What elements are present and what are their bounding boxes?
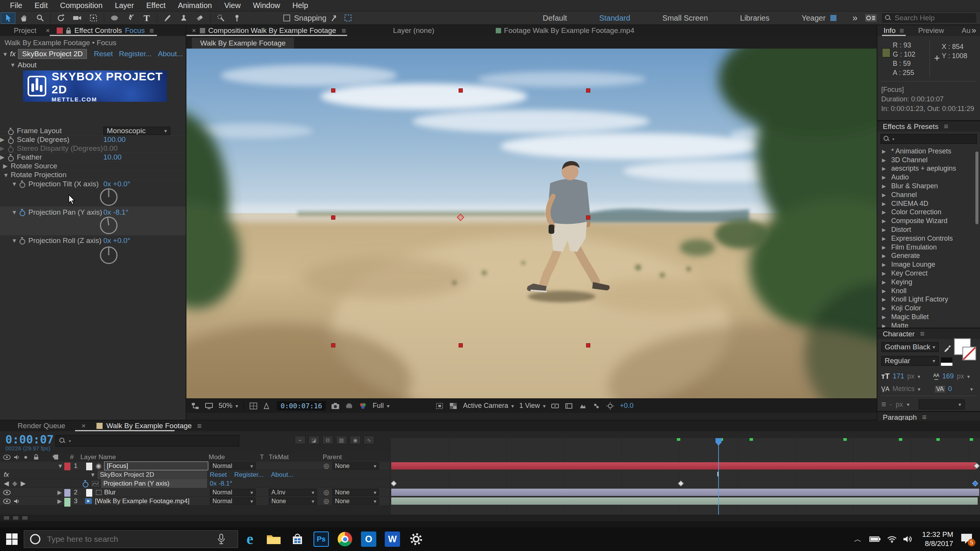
focus-layer-bar[interactable] <box>391 462 976 469</box>
layer-label-chip[interactable] <box>64 498 70 507</box>
effect-handle-bottom-left[interactable] <box>331 343 335 347</box>
tab-composition[interactable]: Composition Walk By Example Footage <box>208 26 336 35</box>
expand-arrow-icon[interactable]: ▶ <box>882 166 887 171</box>
effects-category[interactable]: ▶Knoll <box>877 287 980 295</box>
trkmat-dropdown[interactable]: None▾ <box>269 497 317 505</box>
parent-pickwhip-icon[interactable]: ◎ <box>323 488 329 497</box>
view-layout-dropdown[interactable]: 1 View▾ <box>519 402 546 410</box>
camera-tool-icon[interactable] <box>70 12 85 24</box>
panel-menu-icon[interactable]: ≡ <box>944 122 948 131</box>
eye-toggle-icon[interactable] <box>3 488 11 497</box>
effect-row[interactable]: fx ▼ SkyBox Project 2D Reset Register...… <box>0 470 390 479</box>
character-title[interactable]: Character <box>883 330 915 338</box>
layer-name-field[interactable]: [Focus] <box>104 461 208 470</box>
effects-category[interactable]: ▶Koji Color <box>877 304 980 313</box>
timeline-button-icon[interactable] <box>592 402 601 410</box>
effect-handle-mid-left[interactable] <box>331 215 335 220</box>
transparency-grid-icon[interactable] <box>449 402 457 410</box>
taskbar-search-input[interactable] <box>47 535 212 544</box>
trkmat-column-header[interactable]: TrkMat <box>269 453 289 461</box>
help-search-input[interactable] <box>895 14 967 22</box>
blur-layer-bar[interactable] <box>391 489 979 496</box>
expand-arrow-icon[interactable]: ▶ <box>882 262 887 267</box>
workspace-switcher-icon[interactable] <box>864 13 877 23</box>
toggle-expand-icon[interactable] <box>4 516 9 520</box>
collapse-arrow-icon[interactable]: ▼ <box>11 209 19 215</box>
leading-value[interactable]: 169 <box>942 372 954 380</box>
graph-editor-icon[interactable]: ∿ <box>364 436 374 444</box>
tracking-value[interactable]: 0 <box>948 385 952 393</box>
track-row-blur[interactable] <box>390 488 980 497</box>
blend-mode-dropdown[interactable]: Normal▾ <box>210 497 256 505</box>
panel-menu-icon[interactable]: ≡ <box>336 26 351 35</box>
taskbar-clock[interactable]: 12:32 PM 8/8/2017 <box>922 530 953 548</box>
stopwatch-icon[interactable] <box>8 154 14 161</box>
effects-category[interactable]: ▶Blur & Sharpen <box>877 182 980 191</box>
exposure-icon[interactable] <box>606 402 614 410</box>
effect-handle-bottom-center[interactable] <box>459 343 463 347</box>
effect-name[interactable]: SkyBox Project 2D <box>98 470 207 479</box>
effects-search-box[interactable]: ▾ <box>880 134 977 144</box>
effect-handle-bottom-right[interactable] <box>586 343 590 347</box>
outlook-icon[interactable]: O <box>357 527 381 551</box>
effect-handle-mid-right[interactable] <box>586 215 590 220</box>
layer-name[interactable]: Blur <box>104 488 116 497</box>
expand-arrow-icon[interactable]: ▶ <box>882 174 887 180</box>
pan-property-row[interactable]: ◀ ◆ ▶ Projection Pan (Y axis) 0x -8.1° <box>0 479 390 488</box>
selection-tool-icon[interactable] <box>1 12 15 24</box>
font-size-value[interactable]: 171 <box>893 372 904 380</box>
stopwatch-icon[interactable] <box>19 180 25 187</box>
scrollbar-thumb[interactable] <box>975 152 978 224</box>
fx-reset-link[interactable]: Reset <box>210 470 227 479</box>
scale-value[interactable]: 100.00 <box>103 135 126 144</box>
wifi-icon[interactable] <box>887 535 897 543</box>
action-center-icon[interactable]: 5 <box>960 533 973 546</box>
stopwatch-icon[interactable] <box>8 136 14 143</box>
tab-overflow-chevron[interactable]: » <box>972 26 980 36</box>
tab-effect-controls[interactable]: Effect Controls <box>74 26 122 35</box>
effects-category[interactable]: ▶Knoll Light Factory <box>877 295 980 304</box>
tab-render-queue[interactable]: Render Queue <box>0 422 77 430</box>
comp-flowchart-icon[interactable]: ⌁ <box>295 436 305 444</box>
fast-previews-icon[interactable] <box>578 402 587 410</box>
effects-category[interactable]: ▶Audio <box>877 173 980 182</box>
start-button[interactable] <box>0 527 24 551</box>
taskbar-search-box[interactable] <box>24 530 238 548</box>
shy-switch-icon[interactable]: ʘ <box>322 436 333 444</box>
eye-toggle-icon[interactable] <box>3 497 11 505</box>
expand-arrow-icon[interactable]: ▶ <box>882 297 887 302</box>
store-icon[interactable] <box>286 527 309 551</box>
pan-property-name[interactable]: Projection Pan (Y axis) <box>101 479 207 488</box>
stopwatch-icon-active[interactable] <box>19 209 25 216</box>
workspace-standard[interactable]: Standard <box>583 14 646 23</box>
pixel-aspect-icon[interactable] <box>565 402 573 410</box>
brush-tool-icon[interactable] <box>160 12 175 24</box>
lock-icon[interactable] <box>66 27 71 34</box>
reset-link[interactable]: Reset <box>94 50 113 58</box>
hidden-icons-chevron[interactable]: ︿ <box>849 534 866 544</box>
layer-expand-arrow[interactable]: ▶ <box>57 488 65 497</box>
parent-pickwhip-icon[interactable]: ◎ <box>323 461 329 470</box>
tilt-dial[interactable] <box>100 188 118 206</box>
roto-brush-tool-icon[interactable] <box>214 12 228 24</box>
expand-arrow-icon[interactable]: ▶ <box>882 271 887 276</box>
collapse-arrow-icon[interactable]: ▼ <box>2 51 10 57</box>
close-icon[interactable]: × <box>77 422 90 430</box>
monitor-icon[interactable] <box>205 402 213 410</box>
stopwatch-icon[interactable] <box>8 127 14 135</box>
collapse-arrow-icon[interactable]: ▼ <box>11 237 19 244</box>
tab-preview[interactable]: Preview <box>903 26 944 35</box>
exposure-value[interactable]: +0.0 <box>620 402 634 410</box>
keyframe-diamond[interactable] <box>391 481 397 487</box>
layer-expand-arrow[interactable]: ▶ <box>57 497 65 505</box>
effects-category[interactable]: ▶CINEMA 4D <box>877 199 980 208</box>
frame-blend-switch-icon[interactable]: ▤ <box>336 436 347 444</box>
blend-mode-dropdown[interactable]: Normal▾ <box>210 489 256 496</box>
menu-layer[interactable]: Layer <box>109 1 140 10</box>
layer-row-3[interactable]: ▶ 3 [Walk By Example Footage.mp4] Normal… <box>0 497 390 505</box>
layer-row-2[interactable]: ▶ 2 Blur Normal▾ A.Inv▾ ◎ None▾ <box>0 488 390 497</box>
effects-category[interactable]: ▶aescripts + aeplugins <box>877 165 980 173</box>
fx-register-link[interactable]: Register... <box>234 470 264 479</box>
roll-value[interactable]: 0x +0.0° <box>103 236 130 245</box>
track-area[interactable]: I <box>390 438 980 521</box>
